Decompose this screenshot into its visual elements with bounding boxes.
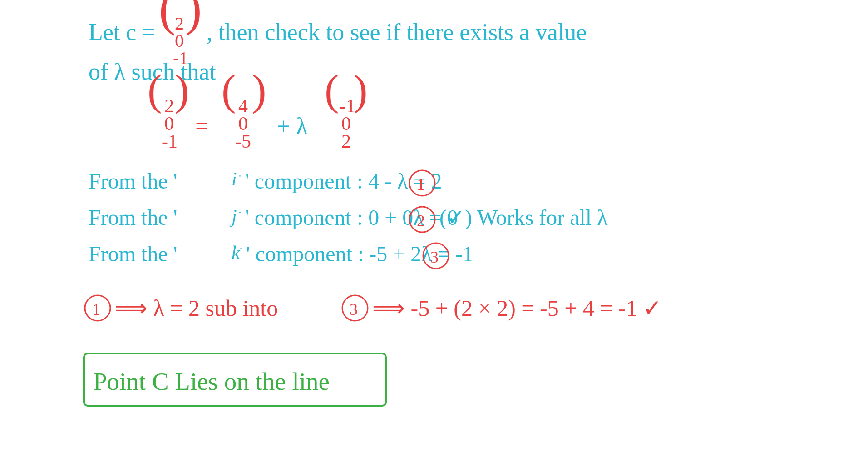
works-text: (✓) Works for all λ [439, 205, 608, 230]
from-k-text: From the ' [89, 242, 177, 266]
concl-circle-1-text: 1 [92, 300, 100, 319]
from-j-comp: ' component : 0 + 0λ = 0 [245, 205, 458, 229]
eq-left-rparen: ) [175, 66, 189, 114]
eq-left-val3: -1 [162, 131, 178, 152]
from-i-comp: ' component : 4 - λ = 2 [245, 169, 442, 193]
page-content: Let c = ( 2 0 -1 ) , then check to see i… [0, 0, 868, 468]
eq-mid-lparen: ( [222, 66, 236, 114]
line1-cont: , then check to see if there exists a va… [207, 19, 587, 45]
eq-equals: = [195, 113, 208, 139]
plus-lambda: + λ [277, 113, 308, 139]
from-i-text: From the ' [89, 169, 177, 193]
from-j-text: From the ' [89, 205, 177, 229]
from-i-unit: i [232, 169, 237, 189]
eq-mid-rparen: ) [252, 66, 266, 114]
from-k-unit: k [232, 242, 241, 263]
eq-right-rparen: ) [353, 66, 368, 114]
concl-calc: ⟹ -5 + (2 × 2) = -5 + 4 = -1 ✓ [372, 295, 662, 321]
let-c-text: Let c = [89, 19, 156, 45]
matrix-c-left-paren: ( [159, 0, 176, 36]
eq-right-lparen: ( [325, 66, 339, 114]
circle-3-text: 3 [430, 248, 439, 266]
from-k-comp: ' component : -5 + 2λ = -1 [246, 242, 473, 266]
matrix-c-right-paren: ) [185, 0, 202, 36]
eq-mid-val3: -5 [235, 131, 251, 152]
concl-circle-3-text: 3 [350, 300, 358, 319]
eq-left-paren: ( [148, 66, 162, 114]
conclusion-text: Point C Lies on the line [93, 368, 330, 395]
circle-1-text: 1 [417, 175, 425, 194]
eq-right-val3: 2 [341, 131, 351, 152]
concl-arrow1: ⟹ λ = 2 sub into [115, 295, 278, 321]
circle-2-text: 2 [417, 212, 425, 230]
